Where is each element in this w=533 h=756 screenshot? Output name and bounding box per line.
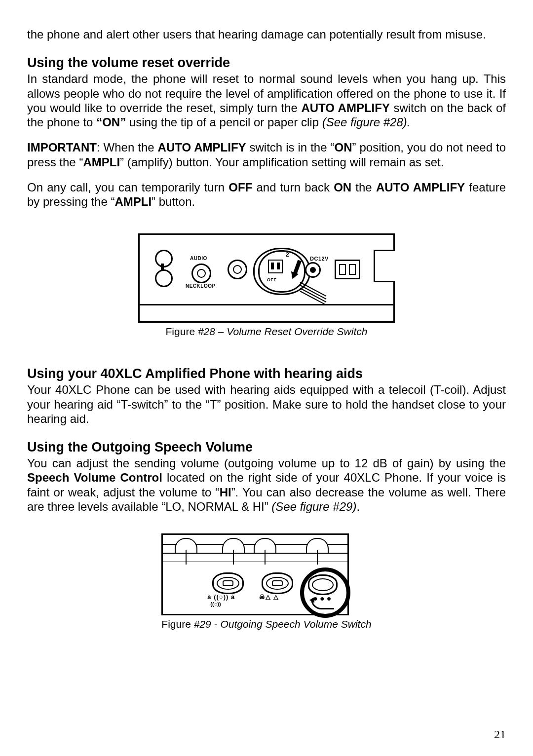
- slot-icon: [175, 538, 197, 553]
- pencil-icon: [288, 260, 303, 282]
- bold-speech-volume-control: Speech Volume Control: [27, 471, 162, 484]
- heading-outgoing-speech-volume: Using the Outgoing Speech Volume: [27, 440, 506, 455]
- bold-auto-amplify: AUTO AMPLIFY: [301, 101, 390, 114]
- figure-28-caption: Figure #28 – Volume Reset Override Switc…: [138, 326, 395, 338]
- bold-important: IMPORTANT: [27, 141, 97, 154]
- bold-hi: HI: [220, 486, 231, 499]
- panel-notch: [374, 250, 395, 282]
- section1-paragraph2: IMPORTANT: When the AUTO AMPLIFY switch …: [27, 140, 506, 169]
- text: switch is in the “: [246, 141, 335, 154]
- glyph-label: ☠△ △: [259, 593, 279, 601]
- jack-icon: [153, 250, 171, 284]
- bold-ampli: AMPLI: [114, 195, 152, 208]
- label-neckloop: NECKLOOP: [186, 283, 216, 289]
- volume-port-icon: [212, 572, 244, 594]
- text: ” (amplify) button. Your amplification s…: [120, 155, 444, 169]
- caption-prefix: Figure: [166, 326, 198, 337]
- slot-icon: [306, 538, 329, 553]
- heading-hearing-aids: Using your 40XLC Amplified Phone with he…: [27, 366, 506, 381]
- bold-on: “ON”: [96, 115, 126, 129]
- text: and turn back: [252, 181, 334, 194]
- auto-amplify-switch-icon: [268, 260, 283, 273]
- figure-29-diagram: à ((○)) à ((○)) ☠△ △ ●●●: [161, 533, 349, 615]
- label-audio: AUDIO: [190, 256, 207, 261]
- label-dc12v: DC12V: [310, 256, 329, 262]
- slot-icon: [222, 538, 245, 553]
- port-icon: [228, 260, 247, 279]
- section1-paragraph3: On any call, you can temporarily turn OF…: [27, 180, 506, 209]
- bold-on: ON: [334, 181, 351, 194]
- intro-paragraph: the phone and alert other users that hea…: [27, 27, 506, 41]
- caption-italic: #28 – Volume Reset Override Switch: [198, 326, 368, 337]
- text: the: [351, 181, 376, 194]
- label-two: 2: [286, 251, 289, 258]
- caption-italic: #29 - Outgoing Speech Volume Switch: [194, 618, 372, 630]
- text: using the tip of a pencil or paper clip: [126, 115, 322, 129]
- bold-off: OFF: [228, 181, 252, 194]
- slot-icon: [254, 538, 276, 553]
- motion-lines-icon: [283, 282, 317, 302]
- italic-see-figure-29: (See figure #29): [271, 500, 356, 513]
- label-off: OFF: [267, 277, 277, 282]
- figure-29: à ((○)) à ((○)) ☠△ △ ●●● Figure #29 - Ou…: [27, 533, 506, 630]
- text: ” button.: [152, 195, 195, 208]
- curved-arrow-icon: [311, 599, 334, 609]
- figure-29-caption: Figure #29 - Outgoing Speech Volume Swit…: [161, 618, 371, 630]
- text: .: [356, 500, 360, 513]
- bold-on: ON: [335, 141, 352, 154]
- audio-port-icon: [191, 264, 211, 283]
- heading-volume-reset-override: Using the volume reset override: [27, 55, 506, 71]
- section2-paragraph1: Your 40XLC Phone can be used with hearin…: [27, 382, 506, 426]
- section3-paragraph1: You can adjust the sending volume (outgo…: [27, 456, 506, 514]
- highlight-circle: ●●●: [300, 567, 350, 618]
- section1-paragraph1: In standard mode, the phone will reset t…: [27, 72, 506, 129]
- italic-see-figure-28: (See figure #28).: [322, 115, 411, 129]
- figure-28: AUDIO NECKLOOP 2 OFF DC12V Figure #28 – …: [27, 233, 506, 338]
- page-number: 21: [494, 728, 506, 741]
- glyph-label: à ((○)) à: [207, 593, 235, 601]
- bold-ampli: AMPLI: [83, 155, 120, 169]
- text: You can adjust the sending volume (outgo…: [27, 456, 506, 470]
- bold-auto-amplify: AUTO AMPLIFY: [158, 141, 246, 154]
- glyph-label: ((○)): [210, 601, 221, 607]
- socket-icon: [335, 260, 360, 279]
- figure-28-diagram: AUDIO NECKLOOP 2 OFF DC12V: [138, 233, 395, 305]
- bold-auto-amplify: AUTO AMPLIFY: [376, 181, 465, 194]
- speech-volume-dial-icon: [308, 574, 338, 595]
- dc-jack-icon: [305, 262, 321, 278]
- caption-prefix: Figure: [161, 618, 193, 630]
- text: On any call, you can temporarily turn: [27, 181, 228, 194]
- volume-port-icon: [262, 572, 293, 594]
- text: : When the: [97, 141, 158, 154]
